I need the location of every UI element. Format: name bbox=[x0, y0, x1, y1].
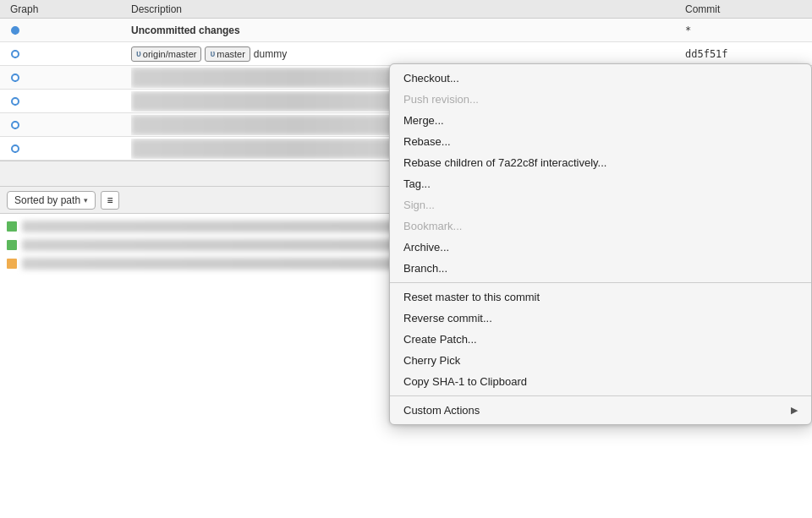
menu-item-archive[interactable]: Archive... bbox=[390, 237, 811, 258]
menu-item-label: Rebase... bbox=[403, 135, 451, 148]
menu-item-label: Tag... bbox=[403, 177, 431, 190]
menu-item-create-patch[interactable]: Create Patch... bbox=[390, 329, 811, 350]
menu-item-merge[interactable]: Merge... bbox=[390, 110, 811, 131]
menu-item-bookmark: Bookmark... bbox=[390, 215, 811, 237]
menu-item-custom-actions[interactable]: Custom Actions ▶ bbox=[390, 400, 811, 421]
menu-item-label: Archive... bbox=[403, 241, 449, 254]
context-menu: Checkout... Push revision... Merge... Re… bbox=[389, 63, 812, 425]
app-container: Graph Description Commit Uncommitted cha… bbox=[0, 0, 812, 518]
menu-item-label: Checkout... bbox=[403, 72, 459, 85]
menu-item-label: Push revision... bbox=[403, 93, 479, 106]
menu-item-rebase[interactable]: Rebase... bbox=[390, 131, 811, 152]
menu-item-label: Merge... bbox=[403, 114, 444, 127]
menu-item-sign: Sign... bbox=[390, 194, 811, 215]
menu-item-branch[interactable]: Branch... bbox=[390, 258, 811, 279]
menu-item-label: Create Patch... bbox=[403, 333, 477, 346]
menu-item-label: Sign... bbox=[403, 199, 435, 211]
menu-item-label: Cherry Pick bbox=[403, 354, 460, 367]
menu-item-cherry-pick[interactable]: Cherry Pick bbox=[390, 350, 811, 371]
menu-item-rebase-children[interactable]: Rebase children of 7a22c8f interactively… bbox=[390, 152, 811, 173]
menu-item-label: Rebase children of 7a22c8f interactively… bbox=[403, 156, 606, 169]
submenu-arrow-icon: ▶ bbox=[791, 405, 798, 416]
menu-item-label: Bookmark... bbox=[403, 220, 462, 232]
menu-item-label: Reverse commit... bbox=[403, 312, 492, 324]
menu-item-label: Reset master to this commit bbox=[403, 291, 540, 303]
menu-item-reverse-commit[interactable]: Reverse commit... bbox=[390, 308, 811, 329]
menu-item-push-revision: Push revision... bbox=[390, 89, 811, 110]
menu-item-label: Branch... bbox=[403, 262, 447, 275]
menu-item-reset-master[interactable]: Reset master to this commit bbox=[390, 286, 811, 308]
menu-separator bbox=[390, 282, 811, 283]
menu-item-label: Copy SHA-1 to Clipboard bbox=[403, 375, 527, 388]
menu-separator bbox=[390, 395, 811, 396]
menu-item-tag[interactable]: Tag... bbox=[390, 173, 811, 194]
menu-item-label: Custom Actions bbox=[403, 404, 480, 417]
menu-item-copy-sha1[interactable]: Copy SHA-1 to Clipboard bbox=[390, 371, 811, 392]
menu-item-checkout[interactable]: Checkout... bbox=[390, 68, 811, 89]
